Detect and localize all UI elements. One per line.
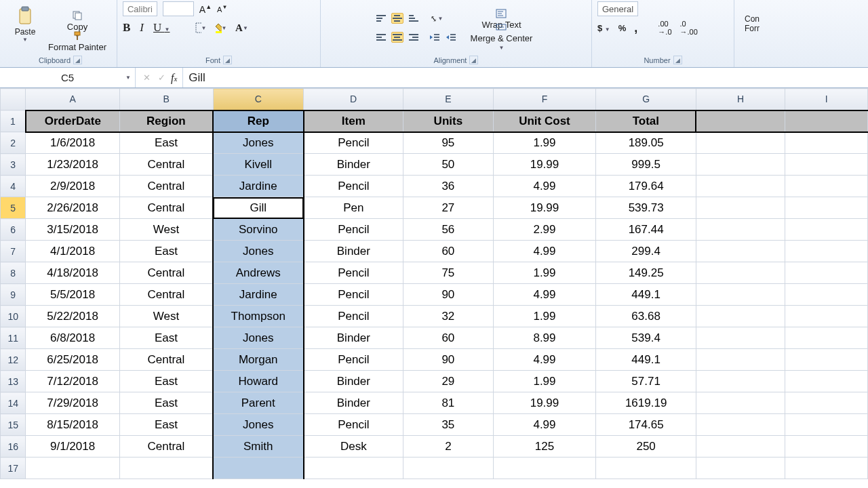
accounting-format-button[interactable]: $ ▼ bbox=[597, 23, 610, 33]
conditional-formatting-button[interactable]: Con Forr bbox=[740, 1, 764, 46]
row-header[interactable]: 10 bbox=[1, 306, 26, 327]
cell[interactable]: 8/15/2018 bbox=[26, 414, 119, 436]
fill-color-button[interactable]: ▼ bbox=[216, 22, 226, 33]
cell[interactable]: Pencil bbox=[304, 219, 403, 241]
cell[interactable]: Jones bbox=[213, 132, 304, 154]
paste-button[interactable]: Paste ▼ bbox=[9, 1, 41, 46]
dialog-launcher-icon[interactable]: ◢ bbox=[673, 56, 682, 64]
cell[interactable] bbox=[785, 176, 868, 197]
cell[interactable]: 6/8/2018 bbox=[26, 327, 119, 349]
cell[interactable]: 1.99 bbox=[493, 262, 596, 284]
cell[interactable]: Howard bbox=[213, 371, 304, 392]
cell[interactable]: East bbox=[119, 132, 213, 154]
cell[interactable]: 60 bbox=[403, 241, 493, 262]
cell[interactable]: 81 bbox=[403, 392, 493, 414]
increase-decimal-button[interactable]: .00→.0 bbox=[658, 20, 671, 36]
cell[interactable] bbox=[213, 458, 304, 479]
cell[interactable]: East bbox=[119, 392, 213, 414]
cell[interactable]: 299.4 bbox=[596, 241, 696, 262]
borders-button[interactable]: ▼ bbox=[195, 22, 206, 33]
dialog-launcher-icon[interactable]: ◢ bbox=[469, 56, 478, 64]
cell[interactable]: 63.68 bbox=[596, 306, 696, 327]
cell[interactable]: Binder bbox=[304, 327, 403, 349]
row-header[interactable]: 8 bbox=[1, 262, 26, 284]
cell[interactable] bbox=[696, 414, 785, 436]
enter-formula-icon[interactable]: ✓ bbox=[156, 73, 167, 83]
row-header[interactable]: 11 bbox=[1, 327, 26, 349]
cell[interactable]: 999.5 bbox=[596, 154, 696, 176]
dialog-launcher-icon[interactable]: ◢ bbox=[223, 56, 232, 64]
cell[interactable]: 32 bbox=[403, 306, 493, 327]
cell[interactable]: 2 bbox=[403, 436, 493, 458]
column-header[interactable]: D bbox=[304, 89, 403, 110]
column-header[interactable]: I bbox=[785, 89, 868, 110]
cell[interactable]: 7/12/2018 bbox=[26, 371, 119, 392]
cell[interactable]: 75 bbox=[403, 262, 493, 284]
cell[interactable]: Pen bbox=[304, 197, 403, 219]
cell[interactable]: 3/15/2018 bbox=[26, 219, 119, 241]
cell[interactable] bbox=[785, 154, 868, 176]
cell[interactable]: 56 bbox=[403, 219, 493, 241]
row-header[interactable]: 3 bbox=[1, 154, 26, 176]
cell[interactable] bbox=[26, 458, 119, 479]
worksheet-grid[interactable]: ABCDEFGHI1OrderDateRegionRepItemUnitsUni… bbox=[0, 88, 868, 479]
cell[interactable]: 27 bbox=[403, 197, 493, 219]
cell[interactable]: 125 bbox=[493, 436, 596, 458]
row-header[interactable]: 15 bbox=[1, 414, 26, 436]
cell[interactable]: Desk bbox=[304, 436, 403, 458]
decrease-decimal-button[interactable]: .0→.00 bbox=[680, 20, 698, 36]
cell[interactable]: Binder bbox=[304, 241, 403, 262]
cell[interactable]: 9/1/2018 bbox=[26, 436, 119, 458]
column-header[interactable]: G bbox=[596, 89, 696, 110]
cell[interactable]: Parent bbox=[213, 392, 304, 414]
cell[interactable]: 1/23/2018 bbox=[26, 154, 119, 176]
cell[interactable]: Kivell bbox=[213, 154, 304, 176]
row-header[interactable]: 17 bbox=[1, 458, 26, 479]
cell[interactable]: 90 bbox=[403, 284, 493, 306]
cell[interactable]: 539.73 bbox=[596, 197, 696, 219]
align-left-button[interactable] bbox=[375, 32, 387, 43]
column-header[interactable]: A bbox=[26, 89, 119, 110]
cell[interactable]: Central bbox=[119, 436, 213, 458]
cell[interactable]: 57.71 bbox=[596, 371, 696, 392]
cell[interactable]: Jones bbox=[213, 327, 304, 349]
cell[interactable]: West bbox=[119, 306, 213, 327]
comma-format-button[interactable]: , bbox=[634, 21, 637, 35]
name-box[interactable]: C5 ▼ bbox=[0, 68, 136, 87]
cell[interactable]: 19.99 bbox=[493, 197, 596, 219]
row-header[interactable]: 4 bbox=[1, 176, 26, 197]
cell[interactable] bbox=[785, 327, 868, 349]
cell[interactable] bbox=[696, 110, 785, 132]
cell[interactable] bbox=[696, 436, 785, 458]
align-top-button[interactable] bbox=[375, 13, 387, 24]
cell[interactable] bbox=[696, 262, 785, 284]
cell[interactable]: East bbox=[119, 327, 213, 349]
cell[interactable]: 174.65 bbox=[596, 414, 696, 436]
cell[interactable]: 1.99 bbox=[493, 371, 596, 392]
bold-button[interactable]: B bbox=[123, 21, 130, 35]
percent-format-button[interactable]: % bbox=[618, 23, 627, 33]
align-right-button[interactable] bbox=[408, 32, 420, 43]
cell[interactable]: Central bbox=[119, 284, 213, 306]
cell[interactable]: 5/22/2018 bbox=[26, 306, 119, 327]
cell[interactable]: 19.99 bbox=[493, 392, 596, 414]
cell[interactable]: Binder bbox=[304, 154, 403, 176]
cell[interactable]: 449.1 bbox=[596, 349, 696, 371]
cell[interactable]: 36 bbox=[403, 176, 493, 197]
cell[interactable]: East bbox=[119, 414, 213, 436]
table-header-cell[interactable]: Rep bbox=[213, 110, 304, 132]
cell[interactable]: Smith bbox=[213, 436, 304, 458]
cell[interactable] bbox=[785, 219, 868, 241]
cell[interactable]: 4.99 bbox=[493, 241, 596, 262]
cell[interactable] bbox=[696, 176, 785, 197]
cell[interactable] bbox=[785, 262, 868, 284]
select-all-corner[interactable] bbox=[1, 89, 26, 110]
row-header[interactable]: 1 bbox=[1, 110, 26, 132]
cell[interactable]: Binder bbox=[304, 392, 403, 414]
cell[interactable]: Jardine bbox=[213, 284, 304, 306]
cell[interactable]: Gill bbox=[213, 197, 304, 219]
cell[interactable]: 1.99 bbox=[493, 306, 596, 327]
insert-function-button[interactable]: fx bbox=[171, 72, 177, 84]
cell[interactable]: 2/9/2018 bbox=[26, 176, 119, 197]
cell[interactable]: Central bbox=[119, 197, 213, 219]
